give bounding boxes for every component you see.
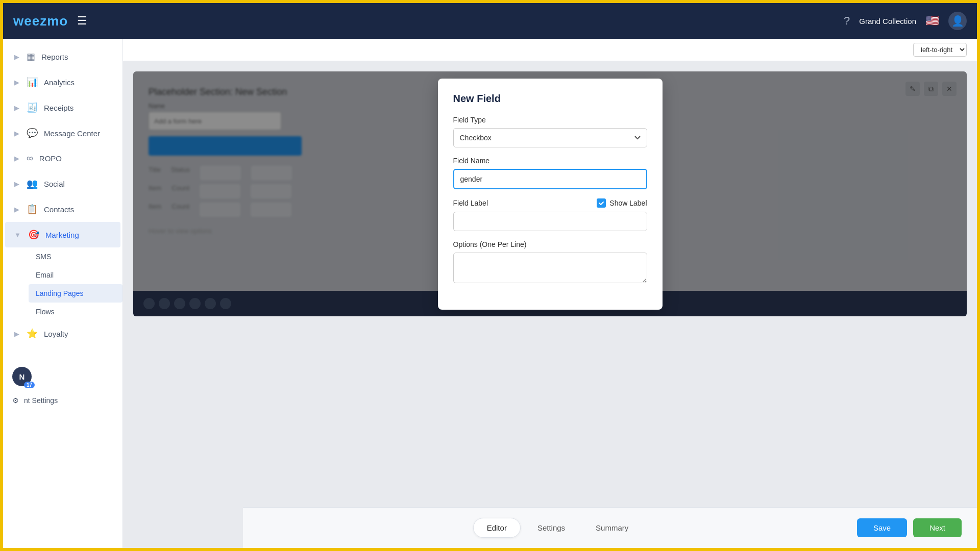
ropo-icon: ∞ (27, 153, 33, 164)
settings-icon: ⚙ (12, 396, 19, 405)
field-name-input[interactable] (453, 169, 647, 189)
marketing-submenu: SMS Email Landing Pages Flows (29, 247, 122, 321)
sidebar-settings[interactable]: ⚙ nt Settings (3, 391, 122, 410)
sidebar-item-analytics[interactable]: ▶ 📊 Analytics (5, 69, 120, 95)
sidebar-sub-email[interactable]: Email (29, 266, 122, 284)
sidebar-item-marketing[interactable]: ▼ 🎯 Marketing (5, 222, 120, 247)
sidebar-item-label: Reports (41, 53, 68, 61)
field-label-input-group (453, 212, 647, 231)
sidebar-item-label: Receipts (44, 104, 74, 112)
options-group: Options (One Per Line) (453, 240, 647, 285)
help-icon[interactable]: ? (844, 14, 850, 28)
flag-icon[interactable]: 🇺🇸 (925, 14, 939, 28)
message-center-icon: 💬 (27, 128, 38, 139)
main-content: left-to-right right-to-left Placeholder … (123, 39, 977, 548)
field-label-label: Field Label (453, 199, 488, 207)
footer: Editor Settings Summary Save Next (243, 507, 977, 548)
sidebar: ▶ ▦ Reports ▶ 📊 Analytics ▶ 🧾 Receipts ▶… (3, 39, 123, 548)
show-label-text: Show Label (609, 199, 647, 207)
sidebar-item-social[interactable]: ▶ 👥 Social (5, 171, 120, 196)
sidebar-item-label: Marketing (45, 231, 79, 239)
field-type-label: Field Type (453, 116, 647, 124)
field-name-label: Field Name (453, 157, 647, 165)
tab-editor[interactable]: Editor (473, 518, 521, 538)
sidebar-avatar[interactable]: N 17 (12, 367, 32, 386)
canvas-area: Placeholder Section: New Section Name Ti… (133, 71, 967, 316)
logo-text: weezmo (13, 13, 68, 29)
collection-name: Grand Collection (859, 17, 916, 26)
sidebar-item-label: Message Center (44, 129, 100, 138)
avatar-icon: 👤 (951, 15, 964, 27)
notification-badge: 17 (24, 382, 35, 388)
tab-summary[interactable]: Summary (582, 518, 642, 538)
header-right: ? Grand Collection 🇺🇸 👤 (844, 12, 967, 30)
footer-actions: Save Next (857, 518, 962, 537)
field-type-group: Field Type Checkbox Text Email Number Da… (453, 116, 647, 147)
sidebar-sub-sms[interactable]: SMS (29, 247, 122, 266)
sidebar-item-label: Contacts (44, 205, 74, 214)
sidebar-item-label: Social (44, 180, 65, 188)
field-type-select[interactable]: Checkbox Text Email Number Date Dropdown… (453, 128, 647, 147)
receipts-icon: 🧾 (27, 102, 38, 113)
sidebar-item-loyalty[interactable]: ▶ ⭐ Loyalty (5, 321, 120, 346)
loyalty-icon: ⭐ (27, 328, 38, 339)
chevron-icon: ▶ (14, 155, 19, 162)
main-layout: ▶ ▦ Reports ▶ 📊 Analytics ▶ 🧾 Receipts ▶… (3, 39, 977, 548)
sidebar-item-contacts[interactable]: ▶ 📋 Contacts (5, 196, 120, 222)
social-icon: 👥 (27, 178, 38, 189)
analytics-icon: 📊 (27, 77, 38, 88)
options-textarea[interactable] (453, 253, 647, 283)
sidebar-sub-flows[interactable]: Flows (29, 303, 122, 321)
tab-settings[interactable]: Settings (524, 518, 579, 538)
sidebar-item-message-center[interactable]: ▶ 💬 Message Center (5, 120, 120, 146)
new-field-modal: New Field Field Type Checkbox Text Email… (438, 79, 663, 310)
hamburger-icon[interactable]: ☰ (77, 14, 87, 28)
sidebar-sub-landing-pages[interactable]: Landing Pages (29, 284, 122, 303)
next-button[interactable]: Next (913, 518, 962, 537)
options-label: Options (One Per Line) (453, 240, 647, 248)
show-label-area: Show Label (597, 198, 647, 208)
chevron-down-icon: ▼ (14, 231, 21, 239)
chevron-icon: ▶ (14, 53, 19, 61)
sidebar-item-ropo[interactable]: ▶ ∞ ROPO (5, 146, 120, 171)
footer-tabs: Editor Settings Summary (258, 518, 857, 538)
reports-icon: ▦ (27, 51, 35, 62)
save-button[interactable]: Save (857, 518, 907, 537)
chevron-icon: ▶ (14, 180, 19, 188)
modal-overlay: New Field Field Type Checkbox Text Email… (133, 71, 967, 316)
direction-bar: left-to-right right-to-left (123, 39, 977, 61)
settings-label: nt Settings (24, 396, 58, 405)
sidebar-user-area: N 17 (3, 362, 122, 391)
contacts-icon: 📋 (27, 204, 38, 215)
sidebar-item-receipts[interactable]: ▶ 🧾 Receipts (5, 95, 120, 120)
direction-select[interactable]: left-to-right right-to-left (913, 43, 967, 57)
chevron-icon: ▶ (14, 330, 19, 338)
marketing-icon: 🎯 (28, 229, 39, 240)
field-label-input[interactable] (453, 212, 647, 231)
chevron-icon: ▶ (14, 79, 19, 86)
user-avatar[interactable]: 👤 (948, 12, 967, 30)
field-name-group: Field Name (453, 157, 647, 189)
sidebar-item-label: ROPO (39, 154, 62, 163)
sidebar-item-label: Loyalty (44, 330, 68, 338)
sidebar-item-label: Analytics (44, 78, 75, 87)
chevron-icon: ▶ (14, 206, 19, 213)
sidebar-item-reports[interactable]: ▶ ▦ Reports (5, 44, 120, 69)
chevron-icon: ▶ (14, 104, 19, 112)
field-label-row: Field Label Show Label (453, 198, 647, 208)
chevron-icon: ▶ (14, 130, 19, 137)
logo: weezmo (13, 13, 68, 29)
show-label-checkbox[interactable] (597, 198, 606, 208)
app-header: weezmo ☰ ? Grand Collection 🇺🇸 👤 (3, 3, 977, 39)
modal-title: New Field (453, 93, 647, 105)
